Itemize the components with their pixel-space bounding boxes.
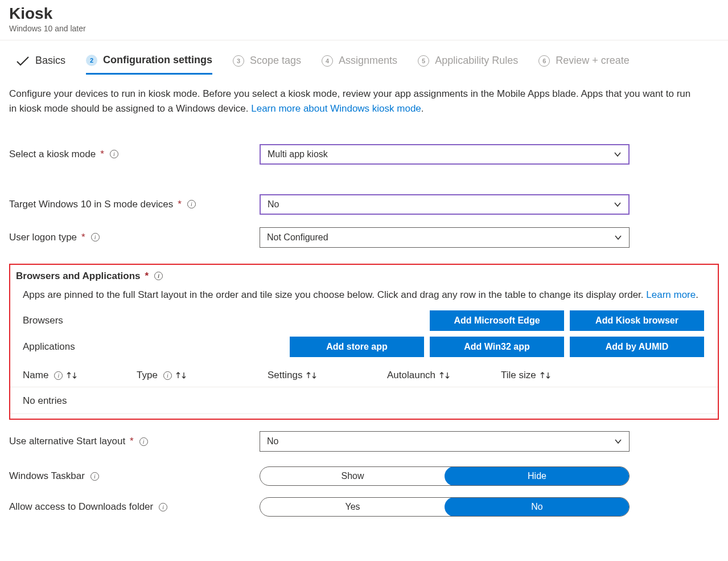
applications-buttons: Add store app Add Win32 app Add by AUMID (219, 337, 709, 357)
tab-applicability-rules[interactable]: 5 Applicability Rules (418, 55, 518, 73)
label-text: Windows Taskbar (9, 470, 85, 482)
row-s-mode: Target Windows 10 in S mode devices * i … (9, 194, 719, 215)
label-text: Select a kiosk mode (9, 149, 96, 160)
tab-assignments[interactable]: 4 Assignments (322, 55, 397, 73)
tab-label: Review + create (556, 55, 630, 67)
info-icon[interactable]: i (139, 437, 148, 446)
intro-text: Configure your devices to run in kiosk m… (9, 87, 692, 117)
browsers-buttons: Add Microsoft Edge Add Kiosk browser (430, 310, 709, 331)
add-win32-app-button[interactable]: Add Win32 app (430, 337, 564, 357)
row-browsers: Browsers Add Microsoft Edge Add Kiosk br… (10, 302, 718, 331)
sort-icon (439, 371, 450, 380)
sort-icon (66, 371, 77, 380)
table-empty-state: No entries (10, 387, 718, 414)
add-kiosk-browser-button[interactable]: Add Kiosk browser (570, 310, 704, 331)
chevron-down-icon (614, 437, 622, 445)
select-kiosk-mode[interactable]: Multi app kiosk (260, 144, 630, 165)
col-tile-size[interactable]: Tile size (501, 370, 592, 381)
required-indicator: * (145, 271, 149, 282)
info-icon[interactable]: i (91, 472, 99, 481)
sort-icon (540, 371, 551, 380)
col-name[interactable]: Name i (23, 370, 137, 381)
desc-text: Apps are pinned to the full Start layout… (23, 289, 646, 300)
toggle-downloads-no[interactable]: No (445, 497, 630, 517)
col-label: Name (23, 370, 48, 381)
select-value: No (267, 436, 278, 447)
desc-period: . (696, 289, 698, 300)
sort-icon (175, 371, 187, 380)
step-badge: 5 (418, 55, 429, 67)
chevron-down-icon (614, 234, 622, 241)
label-text: Allow access to Downloads folder (9, 501, 153, 513)
row-kiosk-mode: Select a kiosk mode * i Multi app kiosk (9, 144, 719, 165)
label-taskbar: Windows Taskbar i (9, 470, 260, 482)
label-kiosk-mode: Select a kiosk mode * i (9, 149, 260, 160)
section-description: Apps are pinned to the full Start layout… (10, 282, 718, 302)
select-s-mode[interactable]: No (260, 194, 630, 215)
required-indicator: * (100, 149, 104, 160)
info-icon[interactable]: i (110, 150, 118, 158)
learn-more-link[interactable]: Learn more about Windows kiosk mode (251, 103, 421, 114)
check-icon (16, 55, 30, 67)
label-applications: Applications (23, 341, 212, 353)
label-s-mode: Target Windows 10 in S mode devices * i (9, 199, 260, 210)
tab-configuration-settings[interactable]: 2 Configuration settings (86, 54, 212, 75)
select-logon-type[interactable]: Not Configured (260, 227, 630, 248)
intro-period: . (421, 103, 424, 114)
add-microsoft-edge-button[interactable]: Add Microsoft Edge (430, 310, 564, 331)
toggle-downloads-yes[interactable]: Yes (260, 498, 445, 516)
col-autolaunch[interactable]: Autolaunch (387, 370, 501, 381)
tab-review-create[interactable]: 6 Review + create (538, 55, 630, 73)
label-text: Target Windows 10 in S mode devices (9, 199, 173, 210)
row-applications: Applications Add store app Add Win32 app… (10, 331, 718, 357)
select-alt-start[interactable]: No (260, 431, 630, 452)
wizard-tabs: Basics 2 Configuration settings 3 Scope … (0, 40, 728, 74)
tab-label: Configuration settings (103, 54, 212, 66)
content-area: Configure your devices to run in kiosk m… (0, 74, 728, 526)
page-title: Kiosk (9, 5, 719, 23)
label-logon-type: User logon type * i (9, 232, 260, 243)
chevron-down-icon (614, 200, 622, 208)
row-taskbar: Windows Taskbar i Show Hide (9, 466, 719, 486)
learn-more-link[interactable]: Learn more (646, 289, 696, 300)
section-browsers-applications: Browsers and Applications * i Apps are p… (9, 264, 719, 420)
col-settings[interactable]: Settings (268, 370, 387, 381)
info-icon[interactable]: i (54, 371, 63, 380)
info-icon[interactable]: i (163, 371, 172, 380)
info-icon[interactable]: i (91, 233, 100, 241)
select-value: No (268, 199, 279, 210)
step-badge: 6 (538, 55, 550, 67)
page-header: Kiosk Windows 10 and later (0, 0, 728, 40)
tab-label: Scope tags (250, 55, 301, 67)
info-icon[interactable]: i (187, 200, 196, 208)
step-badge: 3 (233, 55, 244, 67)
toggle-taskbar-hide[interactable]: Hide (445, 466, 630, 486)
label-downloads: Allow access to Downloads folder i (9, 501, 260, 513)
label-browsers: Browsers (23, 315, 212, 326)
tab-basics[interactable]: Basics (16, 55, 65, 73)
row-logon-type: User logon type * i Not Configured (9, 227, 719, 248)
required-indicator: * (178, 199, 182, 210)
label-text: User logon type (9, 232, 77, 243)
row-downloads: Allow access to Downloads folder i Yes N… (9, 497, 719, 517)
row-alt-start: Use alternative Start layout * i No (9, 431, 719, 452)
col-type[interactable]: Type i (137, 370, 268, 381)
toggle-downloads[interactable]: Yes No (260, 497, 630, 517)
col-label: Autolaunch (387, 370, 435, 381)
add-store-app-button[interactable]: Add store app (290, 337, 424, 357)
tab-scope-tags[interactable]: 3 Scope tags (233, 55, 301, 73)
add-by-aumid-button[interactable]: Add by AUMID (570, 337, 704, 357)
info-icon[interactable]: i (159, 503, 167, 511)
info-icon[interactable]: i (154, 272, 163, 280)
label-text: Use alternative Start layout (9, 436, 125, 447)
step-badge: 2 (86, 55, 97, 66)
tab-label: Applicability Rules (435, 55, 518, 67)
section-title-text: Browsers and Applications (16, 271, 141, 282)
apps-table-header: Name i Type i Settings Autolaunch Tile s… (10, 357, 718, 387)
toggle-taskbar[interactable]: Show Hide (260, 466, 630, 486)
col-label: Tile size (501, 370, 536, 381)
toggle-taskbar-show[interactable]: Show (260, 467, 445, 485)
required-indicator: * (81, 232, 85, 243)
col-label: Type (137, 370, 158, 381)
section-title: Browsers and Applications * i (10, 271, 718, 282)
